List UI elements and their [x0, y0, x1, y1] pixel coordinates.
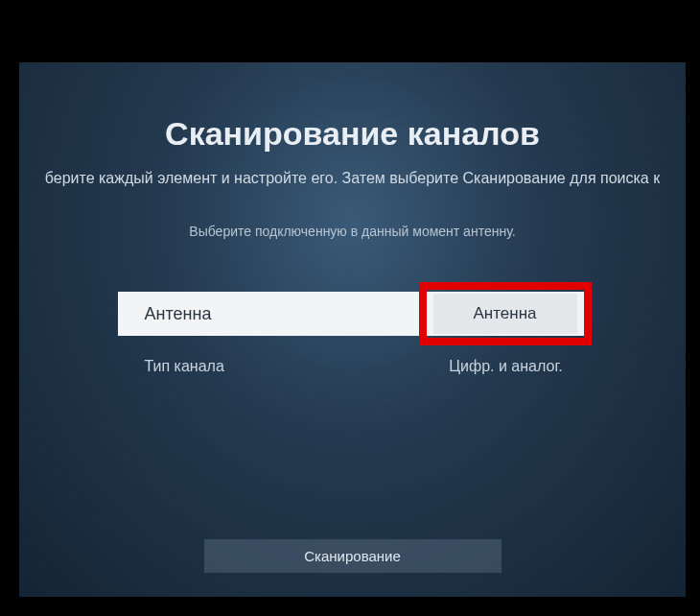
- tv-bezel-left: [0, 0, 19, 616]
- channel-type-value: Цифр. и аналог.: [425, 358, 588, 375]
- settings-list: Антенна Антенна Тип канала Цифр. и анало…: [19, 292, 686, 397]
- antenna-setting-row[interactable]: Антенна Антенна: [118, 292, 588, 336]
- channel-type-label: Тип канала: [118, 347, 425, 386]
- tv-bezel-top: [0, 0, 700, 62]
- page-title: Сканирование каналов: [165, 115, 540, 153]
- tv-bezel-bottom: [0, 597, 700, 616]
- highlight-marker: Антенна: [419, 282, 592, 345]
- instruction-text: Выберите подключенную в данный момент ан…: [189, 224, 515, 239]
- scan-button[interactable]: Сканирование: [204, 539, 502, 573]
- page-subtitle: берите каждый элемент и настройте его. З…: [45, 170, 660, 187]
- tv-bezel-right: [686, 0, 700, 616]
- channel-type-setting-row[interactable]: Тип канала Цифр. и аналог.: [118, 347, 588, 386]
- scan-channels-screen: Сканирование каналов берите каждый элеме…: [19, 62, 686, 597]
- antenna-value[interactable]: Антенна: [433, 294, 577, 334]
